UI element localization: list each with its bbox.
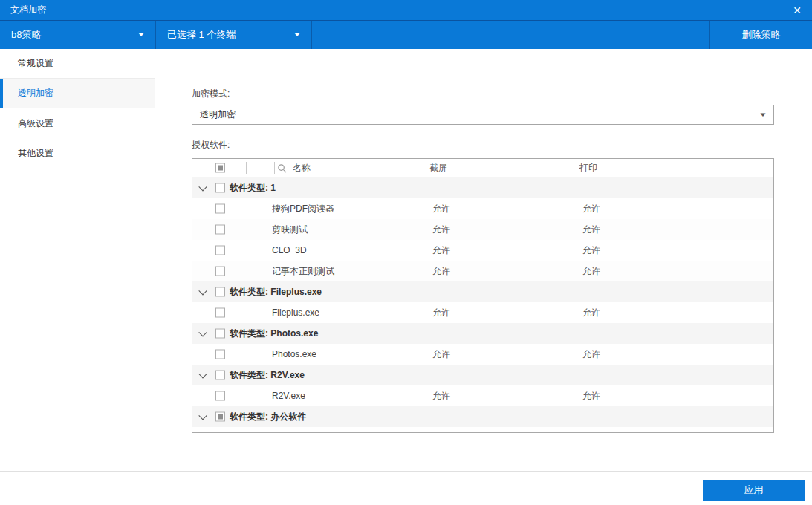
footer: 应用 [0, 471, 812, 505]
column-divider [274, 162, 275, 174]
terminal-dropdown[interactable]: 已选择 1 个终端 ▼ [156, 21, 311, 49]
delete-policy-button[interactable]: 删除策略 [710, 21, 812, 49]
print-permission[interactable]: 允许 [582, 244, 600, 257]
group-checkbox[interactable] [215, 287, 225, 297]
sidebar-item-3[interactable]: 其他设置 [0, 138, 155, 168]
sidebar-item-0[interactable]: 常规设置 [0, 49, 155, 79]
main-content: 加密模式: 透明加密 ▼ 授权软件: 名称 截屏 打印 软件类型: 1搜狗PDF… [156, 49, 812, 471]
chevron-down-icon[interactable] [198, 328, 207, 336]
screenshot-permission[interactable]: 允许 [432, 224, 450, 236]
software-row[interactable]: 剪映测试允许允许 [192, 219, 773, 240]
apply-button[interactable]: 应用 [703, 480, 805, 501]
chevron-down-icon[interactable] [198, 287, 207, 295]
group-label: 软件类型: 1 [230, 182, 276, 195]
table-header: 名称 截屏 打印 [192, 159, 773, 177]
group-checkbox[interactable] [215, 329, 225, 339]
column-header-name[interactable]: 名称 [293, 162, 311, 175]
item-checkbox[interactable] [215, 225, 225, 235]
column-header-print[interactable]: 打印 [579, 162, 597, 175]
toolbar: b8策略 ▼ 已选择 1 个终端 ▼ 删除策略 [0, 20, 812, 49]
print-permission[interactable]: 允许 [582, 348, 600, 361]
print-permission[interactable]: 允许 [582, 265, 600, 278]
chevron-down-icon[interactable] [198, 370, 207, 378]
software-row[interactable]: Photos.exe允许允许 [192, 344, 773, 365]
print-permission[interactable]: 允许 [582, 224, 600, 236]
group-checkbox[interactable] [215, 371, 225, 380]
software-name: Photos.exe [272, 349, 316, 359]
screenshot-permission[interactable]: 允许 [432, 390, 450, 403]
encryption-mode-select[interactable]: 透明加密 ▼ [192, 105, 774, 125]
close-icon[interactable]: ✕ [793, 5, 802, 16]
encryption-mode-label: 加密模式: [192, 88, 230, 100]
group-row[interactable]: 软件类型: Fileplus.exe [192, 281, 773, 302]
sidebar-item-label: 其他设置 [18, 147, 53, 160]
title-bar: 文档加密 ✕ [0, 0, 812, 20]
group-label: 软件类型: Photos.exe [230, 328, 318, 340]
chevron-down-icon: ▼ [293, 32, 302, 38]
toolbar-spacer [312, 21, 709, 49]
screenshot-permission[interactable]: 允许 [432, 307, 450, 319]
group-label: 软件类型: Fileplus.exe [230, 286, 322, 299]
column-header-screenshot[interactable]: 截屏 [429, 162, 447, 175]
column-divider [426, 162, 426, 174]
terminal-dropdown-label: 已选择 1 个终端 [167, 28, 236, 42]
print-permission[interactable]: 允许 [582, 431, 600, 434]
software-name: 剪映测试 [272, 224, 308, 236]
group-row[interactable]: 软件类型: 1 [192, 177, 773, 198]
software-row[interactable]: WPS Office允许允许 [192, 427, 773, 433]
authorized-software-label: 授权软件: [192, 139, 230, 152]
table-body: 软件类型: 1搜狗PDF阅读器允许允许剪映测试允许允许CLO_3D允许允许记事本… [192, 177, 773, 433]
screenshot-permission[interactable]: 允许 [432, 431, 450, 434]
print-permission[interactable]: 允许 [582, 203, 600, 215]
group-checkbox[interactable] [215, 412, 225, 422]
screenshot-permission[interactable]: 允许 [432, 203, 450, 215]
policy-dropdown[interactable]: b8策略 ▼ [0, 21, 155, 49]
sidebar-item-1[interactable]: 透明加密 [0, 79, 155, 108]
sidebar-item-label: 透明加密 [18, 87, 53, 100]
software-row[interactable]: R2V.exe允许允许 [192, 385, 773, 406]
item-checkbox[interactable] [215, 204, 225, 214]
sidebar: 常规设置透明加密高级设置其他设置 [0, 49, 155, 471]
item-checkbox[interactable] [215, 391, 225, 401]
screenshot-permission[interactable]: 允许 [432, 348, 450, 361]
chevron-down-icon: ▼ [137, 32, 146, 38]
window-title: 文档加密 [0, 4, 46, 16]
software-name: Fileplus.exe [272, 307, 319, 318]
software-row[interactable]: 记事本正则测试允许允许 [192, 261, 773, 281]
screenshot-permission[interactable]: 允许 [432, 265, 450, 278]
group-row[interactable]: 软件类型: R2V.exe [192, 365, 773, 385]
item-checkbox[interactable] [215, 246, 225, 255]
search-icon [277, 163, 287, 173]
chevron-down-icon: ▼ [759, 112, 767, 118]
software-name: R2V.exe [272, 391, 305, 401]
item-checkbox[interactable] [215, 433, 225, 434]
policy-dropdown-label: b8策略 [11, 28, 41, 42]
item-checkbox[interactable] [215, 308, 225, 318]
software-row[interactable]: Fileplus.exe允许允许 [192, 302, 773, 323]
software-name: 记事本正则测试 [272, 265, 334, 278]
software-row[interactable]: 搜狗PDF阅读器允许允许 [192, 198, 773, 219]
software-name: CLO_3D [272, 245, 307, 255]
screenshot-permission[interactable]: 允许 [432, 244, 450, 257]
group-checkbox[interactable] [215, 183, 225, 193]
encryption-mode-value: 透明加密 [200, 108, 236, 121]
sidebar-item-label: 高级设置 [18, 117, 53, 130]
column-divider [246, 162, 247, 174]
sidebar-item-2[interactable]: 高级设置 [0, 108, 155, 138]
software-row[interactable]: CLO_3D允许允许 [192, 240, 773, 261]
group-row[interactable]: 软件类型: Photos.exe [192, 323, 773, 344]
chevron-down-icon[interactable] [198, 411, 207, 420]
item-checkbox[interactable] [215, 267, 225, 276]
select-all-checkbox[interactable] [215, 163, 225, 173]
software-name: WPS Office [272, 432, 318, 433]
group-label: 软件类型: 办公软件 [230, 411, 306, 423]
print-permission[interactable]: 允许 [582, 390, 600, 403]
print-permission[interactable]: 允许 [582, 307, 600, 319]
column-divider [576, 162, 576, 174]
item-checkbox[interactable] [215, 350, 225, 359]
software-name: 搜狗PDF阅读器 [272, 203, 334, 215]
group-label: 软件类型: R2V.exe [230, 369, 305, 382]
group-row[interactable]: 软件类型: 办公软件 [192, 406, 773, 427]
chevron-down-icon[interactable] [198, 183, 207, 191]
authorized-software-table: 名称 截屏 打印 软件类型: 1搜狗PDF阅读器允许允许剪映测试允许允许CLO_… [192, 158, 774, 433]
